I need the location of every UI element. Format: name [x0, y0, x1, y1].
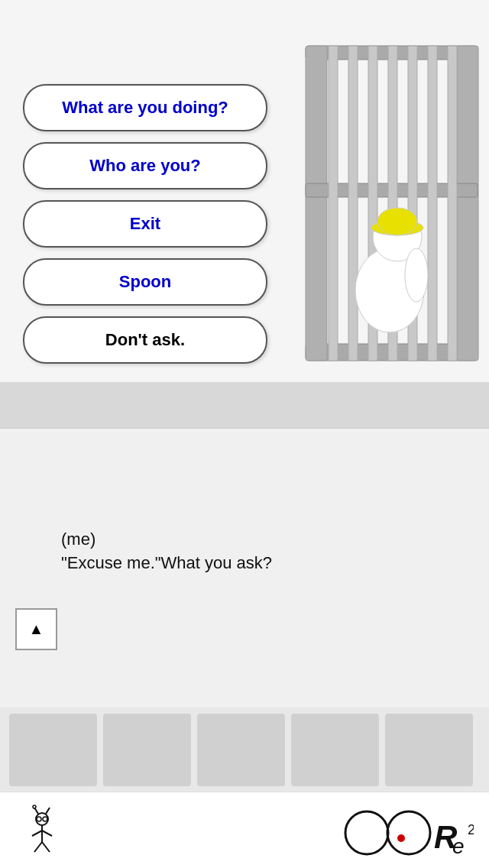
- svg-rect-6: [348, 46, 358, 361]
- inventory-slot-3[interactable]: [197, 714, 285, 786]
- svg-point-21: [37, 817, 41, 821]
- svg-rect-10: [428, 46, 437, 361]
- dialogue-text: (me) "Excuse me."What you ask?: [61, 528, 272, 575]
- cage-scene: [298, 0, 489, 390]
- svg-line-24: [32, 831, 42, 836]
- svg-line-20: [46, 808, 50, 814]
- svg-point-15: [377, 208, 417, 235]
- svg-point-16: [405, 248, 428, 302]
- footer: R e 2: [0, 792, 489, 868]
- option-5[interactable]: Don't ask.: [23, 316, 267, 364]
- option-4[interactable]: Spoon: [23, 258, 267, 306]
- svg-point-29: [387, 811, 430, 854]
- svg-rect-11: [448, 46, 457, 361]
- inventory-slot-1[interactable]: [9, 714, 97, 786]
- svg-point-17: [36, 813, 48, 825]
- option-1[interactable]: What are you doing?: [23, 84, 267, 131]
- dialogue-speaker: (me): [61, 528, 272, 552]
- svg-point-28: [345, 811, 388, 854]
- dialogue-options: What are you doing? Who are you? Exit Sp…: [23, 84, 267, 364]
- svg-point-19: [33, 805, 36, 808]
- inventory-slot-2[interactable]: [103, 714, 191, 786]
- option-2[interactable]: Who are you?: [23, 142, 267, 189]
- dialogue-area: (me) "Excuse me."What you ask? ▲: [0, 428, 489, 868]
- dialogue-line: "Excuse me."What you ask?: [61, 552, 272, 575]
- svg-point-22: [43, 817, 47, 821]
- svg-line-25: [42, 831, 52, 836]
- option-3[interactable]: Exit: [23, 200, 267, 248]
- svg-rect-3: [457, 46, 478, 361]
- inventory-slot-4[interactable]: [291, 714, 379, 786]
- svg-rect-2: [306, 46, 327, 361]
- svg-line-26: [34, 842, 42, 852]
- svg-rect-5: [329, 46, 338, 361]
- inventory-bar: [0, 708, 489, 792]
- game-scene: What are you doing? Who are you? Exit Sp…: [0, 0, 489, 428]
- footer-left-logo: [15, 804, 69, 857]
- footer-right-logo: R e 2: [321, 804, 474, 857]
- svg-text:2: 2: [468, 822, 474, 837]
- inventory-slot-5[interactable]: [385, 714, 473, 786]
- svg-line-27: [42, 842, 50, 852]
- svg-text:e: e: [452, 834, 465, 857]
- scroll-up-button[interactable]: ▲: [15, 608, 57, 650]
- svg-point-30: [397, 834, 405, 842]
